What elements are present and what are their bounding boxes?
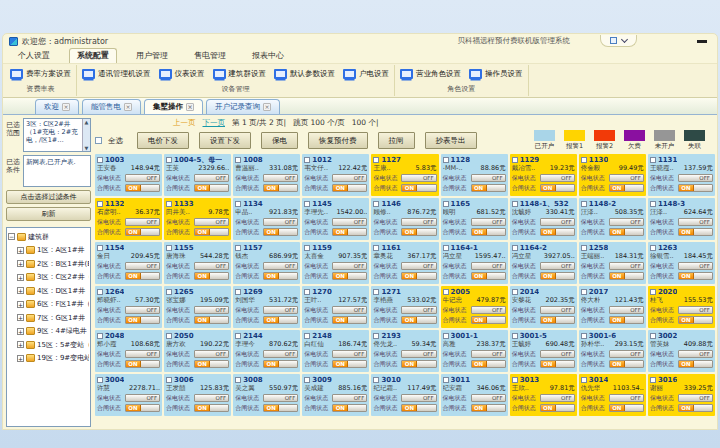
meter-checkbox[interactable]	[235, 289, 241, 295]
meter-checkbox[interactable]	[581, 333, 587, 339]
supply-status-toggle[interactable]: OFF	[609, 174, 644, 182]
tree-node[interactable]: +3区：C区2#井（…	[17, 271, 89, 285]
meter-checkbox[interactable]	[443, 377, 449, 383]
switch-status-toggle[interactable]: ON	[263, 404, 298, 412]
meter-checkbox[interactable]	[97, 245, 103, 251]
switch-status-toggle[interactable]: ON	[471, 228, 506, 236]
supply-status-toggle[interactable]: OFF	[609, 218, 644, 226]
supply-status-toggle[interactable]: OFF	[401, 174, 436, 182]
meter-checkbox[interactable]	[304, 377, 310, 383]
ribbon-button[interactable]: 建筑群设置	[213, 69, 267, 79]
meter-checkbox[interactable]	[373, 333, 379, 339]
switch-status-toggle[interactable]: ON	[609, 316, 644, 324]
menu-item[interactable]: 报表中心	[245, 49, 291, 63]
expand-icon[interactable]: +	[17, 247, 24, 254]
meter-checkbox[interactable]	[443, 289, 449, 295]
meter-checkbox[interactable]	[166, 245, 172, 251]
supply-status-toggle[interactable]: OFF	[332, 218, 367, 226]
restore-icon[interactable]	[610, 37, 617, 44]
meter-checkbox[interactable]	[581, 377, 587, 383]
supply-status-toggle[interactable]: OFF	[678, 350, 713, 358]
meter-checkbox[interactable]	[650, 289, 656, 295]
meter-checkbox[interactable]	[97, 377, 103, 383]
jump-info[interactable]: 跳页 100 个/页	[293, 118, 345, 128]
choose-filter-button[interactable]: 点击选择过滤条件	[6, 190, 91, 204]
supply-status-toggle[interactable]: OFF	[263, 262, 298, 270]
tree-node[interactable]: +2区：B区1#井(B…	[17, 257, 89, 271]
supply-status-toggle[interactable]: OFF	[678, 306, 713, 314]
switch-status-toggle[interactable]: ON	[194, 272, 229, 280]
supply-status-toggle[interactable]: OFF	[471, 262, 506, 270]
meter-checkbox[interactable]	[97, 333, 103, 339]
close-icon[interactable]: ×	[186, 103, 194, 111]
action-button[interactable]: 抄表导出	[425, 132, 477, 149]
meter-checkbox[interactable]	[512, 333, 518, 339]
supply-status-toggle[interactable]: OFF	[194, 306, 229, 314]
supply-status-toggle[interactable]: OFF	[678, 394, 713, 402]
supply-status-toggle[interactable]: OFF	[609, 394, 644, 402]
supply-status-toggle[interactable]: OFF	[194, 350, 229, 358]
switch-status-toggle[interactable]: ON	[125, 272, 160, 280]
switch-status-toggle[interactable]: ON	[540, 228, 575, 236]
supply-status-toggle[interactable]: OFF	[125, 306, 160, 314]
switch-status-toggle[interactable]: ON	[609, 404, 644, 412]
supply-status-toggle[interactable]: OFF	[125, 262, 160, 270]
supply-status-toggle[interactable]: OFF	[609, 262, 644, 270]
switch-status-toggle[interactable]: ON	[609, 184, 644, 192]
action-button[interactable]: 电价下发	[137, 132, 189, 149]
select-all-checkbox[interactable]	[95, 137, 102, 144]
meter-checkbox[interactable]	[235, 377, 241, 383]
meter-checkbox[interactable]	[235, 245, 241, 251]
supply-status-toggle[interactable]: OFF	[471, 218, 506, 226]
supply-status-toggle[interactable]: OFF	[194, 394, 229, 402]
collapse-icon[interactable]: −	[8, 233, 15, 240]
switch-status-toggle[interactable]: ON	[194, 404, 229, 412]
meter-checkbox[interactable]	[373, 157, 379, 163]
ribbon-button[interactable]: 通讯管理机设置	[82, 69, 151, 79]
supply-status-toggle[interactable]: OFF	[401, 350, 436, 358]
supply-status-toggle[interactable]: OFF	[125, 350, 160, 358]
minimize-button[interactable]	[697, 40, 707, 43]
tree-node[interactable]: +4区：D区1#井（…	[17, 284, 89, 298]
switch-status-toggle[interactable]: ON	[263, 228, 298, 236]
meter-checkbox[interactable]	[581, 245, 587, 251]
supply-status-toggle[interactable]: OFF	[609, 350, 644, 358]
switch-status-toggle[interactable]: ON	[678, 360, 713, 368]
tree-node[interactable]: +19区：9#变电站…	[17, 352, 89, 366]
menu-item[interactable]: 售电管理	[187, 49, 233, 63]
switch-status-toggle[interactable]: ON	[540, 184, 575, 192]
meter-checkbox[interactable]	[512, 245, 518, 251]
switch-status-toggle[interactable]: ON	[194, 228, 229, 236]
supply-status-toggle[interactable]: OFF	[401, 394, 436, 402]
tree-node[interactable]: +6区：F区1#井（1…	[17, 298, 89, 312]
meter-checkbox[interactable]	[581, 157, 587, 163]
supply-status-toggle[interactable]: OFF	[678, 174, 713, 182]
switch-status-toggle[interactable]: ON	[471, 316, 506, 324]
switch-status-toggle[interactable]: ON	[540, 404, 575, 412]
switch-status-toggle[interactable]: ON	[401, 404, 436, 412]
meter-checkbox[interactable]	[304, 289, 310, 295]
expand-icon[interactable]: +	[17, 314, 24, 321]
switch-status-toggle[interactable]: ON	[540, 316, 575, 324]
meter-checkbox[interactable]	[373, 201, 379, 207]
switch-status-toggle[interactable]: ON	[678, 404, 713, 412]
expand-icon[interactable]: +	[17, 287, 24, 294]
supply-status-toggle[interactable]: OFF	[540, 394, 575, 402]
switch-status-toggle[interactable]: ON	[471, 272, 506, 280]
action-button[interactable]: 拉闸	[378, 132, 415, 149]
supply-status-toggle[interactable]: OFF	[540, 218, 575, 226]
supply-status-toggle[interactable]: OFF	[471, 174, 506, 182]
switch-status-toggle[interactable]: ON	[125, 184, 160, 192]
supply-status-toggle[interactable]: OFF	[678, 262, 713, 270]
supply-status-toggle[interactable]: OFF	[540, 350, 575, 358]
scroll-down-icon[interactable]: ▼	[85, 145, 89, 151]
meter-checkbox[interactable]	[373, 245, 379, 251]
supply-status-toggle[interactable]: OFF	[332, 262, 367, 270]
switch-status-toggle[interactable]: ON	[332, 360, 367, 368]
switch-status-toggle[interactable]: ON	[263, 360, 298, 368]
meter-checkbox[interactable]	[166, 201, 172, 207]
meter-checkbox[interactable]	[650, 201, 656, 207]
prev-page-link[interactable]: 上一页	[173, 118, 196, 128]
tree-root[interactable]: −建筑群	[8, 230, 89, 244]
chevron-down-icon[interactable]	[621, 36, 628, 43]
